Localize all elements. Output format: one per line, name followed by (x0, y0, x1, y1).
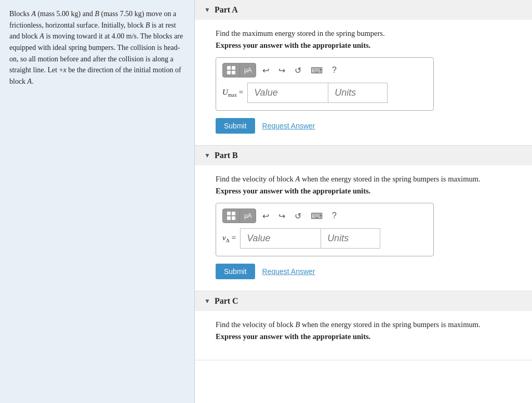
part-c-collapse-arrow[interactable]: ▼ (204, 297, 210, 305)
refresh-button[interactable]: ↺ (291, 63, 304, 77)
part-b-refresh-button[interactable]: ↺ (291, 209, 304, 223)
part-a-body: Find the maximum energy stored in the sp… (195, 20, 532, 145)
part-a-format-group: μΑ (222, 63, 256, 77)
part-b-units-input[interactable] (321, 228, 380, 249)
part-a-units-input[interactable] (328, 83, 388, 103)
part-c-instruction: Express your answer with the appropriate… (216, 332, 511, 341)
part-b-action-row: Submit Request Answer (216, 264, 511, 279)
part-b-help-button[interactable]: ? (329, 209, 340, 223)
part-c-label: Part C (215, 296, 238, 306)
part-c-body: Find the velocity of block B when the en… (195, 311, 532, 360)
part-a-action-row: Submit Request Answer (216, 118, 511, 134)
part-b-grid-button[interactable] (223, 209, 240, 223)
problem-sidebar: Blocks A (mass 5.00 kg) and B (mass 7.50… (0, 0, 195, 403)
part-b-value-input[interactable] (240, 228, 321, 249)
part-b-input-row: vA = (222, 228, 427, 249)
part-b-eq-label: vA = (222, 233, 236, 243)
part-b-format-group: μΑ (222, 209, 256, 223)
part-a-instruction: Express your answer with the appropriate… (216, 41, 511, 50)
part-b-question: Find the velocity of block A when the en… (216, 175, 511, 184)
part-b-answer-box: μΑ ↩ ↪ ↺ ⌨ ? vA = (216, 203, 434, 256)
part-a-header: ▼ Part A (195, 0, 532, 20)
part-b-instruction: Express your answer with the appropriate… (216, 187, 511, 196)
redo-button[interactable]: ↪ (275, 63, 288, 77)
part-a-answer-box: μΑ ↩ ↪ ↺ ⌨ ? Umax = (216, 57, 434, 111)
part-b-label: Part B (215, 151, 238, 160)
part-c-question: Find the velocity of block B when the en… (216, 320, 511, 329)
part-a-section: ▼ Part A Find the maximum energy stored … (195, 0, 532, 146)
part-a-eq-label: Umax = (222, 88, 243, 98)
part-c-section: ▼ Part C Find the velocity of block B wh… (195, 291, 532, 360)
part-a-toolbar: μΑ ↩ ↪ ↺ ⌨ ? (222, 63, 427, 77)
part-a-request-answer-link[interactable]: Request Answer (262, 122, 315, 130)
part-b-section: ▼ Part B Find the velocity of block A wh… (195, 146, 532, 291)
part-b-redo-button[interactable]: ↪ (275, 209, 288, 223)
main-content: ▼ Part A Find the maximum energy stored … (195, 0, 532, 403)
grid-button[interactable] (223, 63, 240, 77)
part-b-keyboard-button[interactable]: ⌨ (308, 209, 326, 223)
help-button[interactable]: ? (329, 63, 340, 77)
part-a-question: Find the maximum energy stored in the sp… (216, 29, 511, 38)
part-a-input-row: Umax = (222, 83, 427, 103)
problem-text: Blocks A (mass 5.00 kg) and B (mass 7.50… (9, 8, 185, 87)
part-b-undo-button[interactable]: ↩ (259, 209, 272, 223)
undo-button[interactable]: ↩ (259, 63, 272, 77)
part-a-label: Part A (215, 5, 238, 15)
part-b-mua-button[interactable]: μΑ (240, 209, 256, 223)
part-b-body: Find the velocity of block A when the en… (195, 165, 532, 291)
part-a-collapse-arrow[interactable]: ▼ (204, 6, 210, 14)
part-b-submit-button[interactable]: Submit (216, 264, 255, 279)
keyboard-button[interactable]: ⌨ (308, 63, 326, 77)
part-a-value-input[interactable] (247, 83, 328, 103)
mua-button[interactable]: μΑ (240, 63, 256, 77)
part-b-request-answer-link[interactable]: Request Answer (262, 267, 315, 276)
part-a-submit-button[interactable]: Submit (216, 118, 255, 134)
part-b-collapse-arrow[interactable]: ▼ (204, 152, 210, 160)
part-b-header: ▼ Part B (195, 146, 532, 165)
part-c-header: ▼ Part C (195, 291, 532, 311)
part-b-toolbar: μΑ ↩ ↪ ↺ ⌨ ? (222, 209, 427, 223)
